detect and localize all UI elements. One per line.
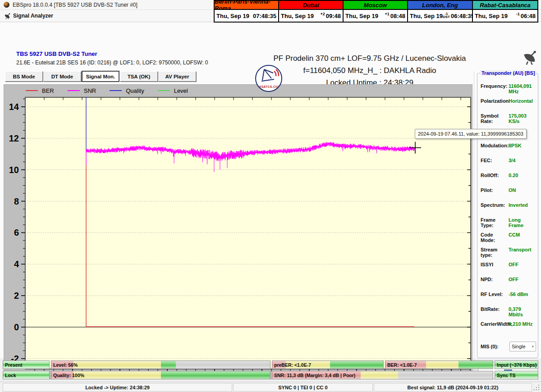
transponder-row: Stream type:Transport <box>481 247 536 262</box>
tuner-subtitle: 21.6E - Eutelsat 21B SES 16 (ID: 0216) @… <box>16 59 208 66</box>
clock-date: Thu, Sep 19 <box>345 13 385 19</box>
tab-bs-mode[interactable]: BS Mode <box>5 71 43 82</box>
clock-time: Thu, Sep 19-1DST06:48:35 <box>408 10 472 22</box>
transponder-value: OFF <box>509 262 518 267</box>
clock-date: Thu, Sep 19 <box>281 13 320 19</box>
clock-city-label: Berlin-Paris-Vienna-Roma <box>215 1 278 10</box>
signal-chart[interactable]: 14121086420-2 <box>4 95 472 378</box>
chart-panel: BERSNRQualityLevel 14121086420-2 <box>4 84 472 379</box>
menu-signal-analyzer[interactable]: Signal Analyzer <box>13 13 53 19</box>
signal-bar-quality: Quality: 100% <box>51 371 270 379</box>
bar-segment-yellow <box>73 361 161 369</box>
transponder-value: Inverted <box>509 202 528 208</box>
satellite-dish-icon <box>522 49 537 67</box>
signal-bar-preber: preBER: <1.0E-7 <box>272 360 384 369</box>
mis-dropdown[interactable]: Single ▾ <box>509 342 536 351</box>
svg-text:2: 2 <box>14 291 19 301</box>
legend-swatch-level <box>158 90 170 91</box>
legend-label-snr: SNR <box>84 87 96 94</box>
svg-text:10: 10 <box>9 165 19 175</box>
signal-bar-lock: Lock <box>3 371 50 379</box>
transponder-value: 0.20 <box>509 173 518 178</box>
clock-time: Thu, Sep 19+209:48 <box>279 10 343 22</box>
transponder-row: Code Mode:CCM <box>481 232 536 247</box>
transponder-label: RF Level: <box>481 292 509 297</box>
bar-segment-yellow <box>426 361 458 369</box>
transponder-value: CCM <box>509 232 520 237</box>
transponder-value: 0,379 Mbit/s <box>509 306 536 317</box>
world-clocks: Berlin-Paris-Vienna-RomaThu, Sep 1907:48… <box>214 0 538 23</box>
transponder-row: FEC:3/4 <box>481 158 536 173</box>
legend-label-level: Level <box>174 87 188 94</box>
clock-utc-offset: -1 <box>516 12 520 16</box>
mode-tabs: BS ModeDT ModeSignal Mon.TSA (OK)AV Play… <box>5 71 197 82</box>
signal-bar-level: Level: 56% <box>51 360 270 369</box>
dxsatcs-logo: DXSATCS.COM <box>255 65 282 92</box>
panel-divider <box>474 71 474 379</box>
clock-date: Thu, Sep 19 <box>475 13 516 19</box>
transponder-row: Polarization:Horizontal <box>481 98 536 113</box>
transponder-value: Long Frame <box>509 217 536 228</box>
bar-segment-green <box>330 361 383 369</box>
clock-utc-offset: +2 <box>320 12 325 16</box>
satellite-dish-icon <box>4 13 10 19</box>
statusbar: Locked -> Uptime: 24:38:29SYNC 0 | TEI 0… <box>0 382 541 392</box>
transponder-rows: Frequency:11604,091 MHzPolarization:Hori… <box>481 83 536 336</box>
transponder-label: Polarization: <box>481 98 509 104</box>
chart-legend: BERSNRQualityLevel <box>26 87 202 95</box>
resize-grip-icon[interactable] <box>534 385 540 391</box>
transponder-row: ISSYIOFF <box>481 262 536 277</box>
transponder-row: Spectrum:Inverted <box>481 202 536 217</box>
dxsatcs-logo-text: DXSATCS.COM <box>256 85 281 88</box>
signal-bar-snr: SNR: 11,3 dB (Margin: 3,4 dB | Poor) <box>272 371 493 379</box>
clock-hhmm: 06:48 <box>521 13 536 19</box>
tab-av-player[interactable]: AV Player <box>158 71 196 82</box>
bar-label: Present <box>5 361 23 369</box>
dxsatcs-dish-art <box>258 67 281 87</box>
transponder-row: RollOff:0.20 <box>481 173 536 187</box>
transponder-value: 3/4 <box>509 158 515 163</box>
bar-label: Level: 56% <box>53 361 78 369</box>
clock-cell: MoscowThu, Sep 19+108:48 <box>344 1 408 22</box>
tab-signal-mon[interactable]: Signal Mon. <box>82 71 119 82</box>
bar-label: Sync TS <box>497 371 515 379</box>
clock-city-label: Rabat-Casablanca <box>473 1 537 10</box>
transponder-value: OFF <box>509 277 518 282</box>
legend-swatch-quality <box>110 90 122 91</box>
transponder-panel: Transponder (AU) [BS] Frequency:11604,09… <box>477 73 538 358</box>
clock-cell: Berlin-Paris-Vienna-RomaThu, Sep 1907:48… <box>215 1 279 22</box>
app-logo-icon <box>4 2 9 8</box>
transponder-label: BitRate: <box>481 306 509 312</box>
clock-time: Thu, Sep 19-106:48 <box>473 10 537 22</box>
transponder-value: Transport <box>509 247 532 252</box>
chevron-down-icon: ▾ <box>532 344 534 349</box>
clock-city-label: Dubai <box>279 1 343 10</box>
clock-city-label: London, Eng <box>408 1 472 10</box>
bar-segment-yellow <box>361 371 398 379</box>
svg-text:4: 4 <box>14 259 19 269</box>
tuner-title: TBS 5927 USB DVB-S2 Tuner <box>16 50 97 57</box>
transponder-label: Modulation: <box>481 143 509 148</box>
transponder-row: Frame Type:Long Frame <box>481 217 536 232</box>
transponder-label: Spectrum: <box>481 202 509 208</box>
signal-bar-input-376-kbps-: Input (~376 Kbps) <box>495 360 538 369</box>
transponder-value: Horizontal <box>509 98 533 104</box>
tab-dt-mode[interactable]: DT Mode <box>43 71 81 82</box>
chart-tooltip: 2024-09-19 07.46.11, value: 11,399999618… <box>415 129 527 139</box>
clock-dst-offset: -1DST <box>443 12 450 18</box>
bar-label: preBER: <1.0E-7 <box>274 361 311 369</box>
content-area: TBS 5927 USB DVB-S2 Tuner 21.6E - Eutels… <box>0 23 541 358</box>
svg-text:8: 8 <box>14 196 19 206</box>
clock-hhmm: 07:48:35 <box>253 13 276 19</box>
bar-label: SNR: 11,3 dB (Margin: 3,4 dB | Poor) <box>274 371 355 379</box>
tab-tsa-ok[interactable]: TSA (OK) <box>120 71 158 82</box>
bar-label: Quality: 100% <box>53 371 84 379</box>
transponder-label: ISSYI <box>481 262 509 267</box>
transponder-row: Frequency:11604,091 MHz <box>481 83 536 98</box>
window-title: EBSpro 18.0.0.4 [TBS 5927 USB DVB-S2 Tun… <box>13 2 138 8</box>
signal-bar-present: Present <box>3 360 50 369</box>
transponder-value: 8PSK <box>509 143 522 148</box>
transponder-value: 11604,091 MHz <box>509 83 536 94</box>
clock-date: Thu, Sep 19 <box>410 13 443 19</box>
signal-bar-sync-ts: Sync TS <box>495 371 538 379</box>
